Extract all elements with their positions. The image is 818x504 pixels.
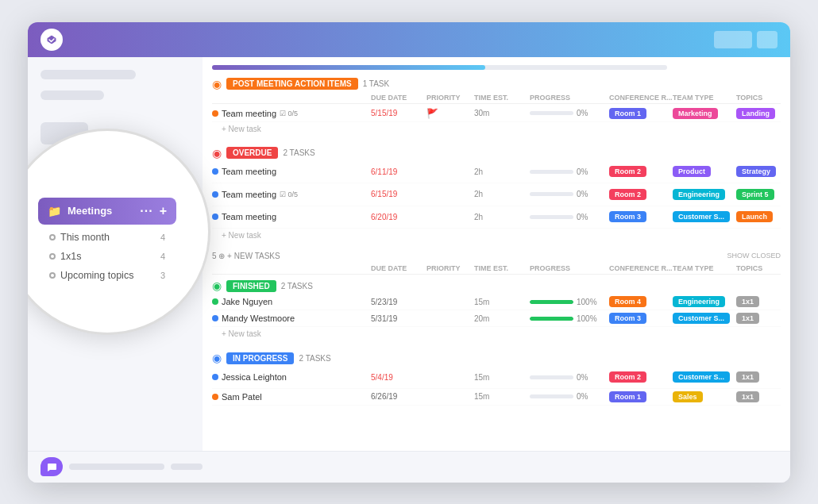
time-est: 2h	[474, 213, 530, 221]
task-date: 6/26/19	[371, 392, 426, 401]
task-name: Jessica Leighton	[212, 372, 371, 382]
sub-item-dot-1	[49, 234, 56, 240]
sidebar-sub-item-1x1s[interactable]: 1x1s 4	[30, 247, 184, 266]
progress-cell: 0%	[530, 213, 609, 221]
team-tag: Engineering	[673, 189, 736, 200]
room-tag: Room 3	[609, 313, 673, 324]
app-window: 📁 Meetings ··· + This month 4 1x1s	[28, 22, 790, 483]
task-name-label: Team meeting	[222, 109, 276, 118]
task-name-label: Team meeting	[222, 167, 276, 176]
team-tag: Marketing	[673, 108, 736, 119]
task-name: Team meeting	[212, 167, 371, 176]
new-task-label: + New task	[222, 125, 261, 133]
task-count-post: 1 TASK	[363, 79, 390, 88]
section-icon-post: ◉	[212, 78, 222, 90]
time-est: 15m	[474, 392, 530, 401]
topic-tag: 1x1	[736, 313, 790, 324]
new-task-btn-2[interactable]: + New task	[212, 229, 781, 242]
task-name: Sam Patel	[212, 392, 371, 402]
sub-item-count-2: 4	[160, 252, 165, 261]
progress-pct: 0%	[577, 392, 588, 401]
task-date: 5/31/19	[371, 314, 426, 323]
team-tag: Sales	[673, 391, 736, 402]
table-row[interactable]: Sam Patel 6/26/19 15m 0% Room 1 Sales 1x…	[212, 389, 781, 406]
meetings-menu-dots[interactable]: ···	[140, 204, 152, 218]
content-area: ◉ POST MEETING ACTION ITEMS 1 TASK DUE D…	[203, 57, 790, 451]
sidebar-sub-item-this-month[interactable]: This month 4	[30, 228, 184, 247]
time-est: 15m	[474, 298, 530, 306]
table-row[interactable]: Jake Nguyen 5/23/19 15m 100% Room 4 Engi…	[212, 294, 781, 310]
task-dot	[212, 168, 218, 175]
task-dot	[212, 110, 218, 117]
task-date: 6/11/19	[371, 167, 426, 176]
section-finished: DUE DATE PRIORITY TIME EST. PROGRESS CON…	[212, 263, 781, 340]
table-row[interactable]: Team meeting ☑ 0/5 6/15/19 2h 0% Room 2 …	[212, 183, 781, 206]
time-est: 2h	[474, 167, 530, 176]
task-name-label: Team meeting	[222, 212, 276, 221]
team-tag: Customer S...	[673, 313, 736, 324]
sidebar: 📁 Meetings ··· + This month 4 1x1s	[28, 57, 203, 451]
task-name-label: Team meeting	[222, 190, 276, 199]
task-dot	[212, 191, 218, 198]
new-task-btn-3[interactable]: + New task	[212, 327, 781, 340]
plus-tasks-label: 5 ⊕ + NEW TASKS	[212, 252, 280, 260]
progress-pct: 100%	[577, 298, 597, 306]
topic-tag: Launch	[736, 211, 790, 222]
team-tag: Customer S...	[673, 211, 736, 222]
task-subtag: ☑ 0/5	[280, 190, 298, 198]
progress-cell: 100%	[530, 298, 609, 306]
sidebar-skeleton-3	[41, 122, 88, 144]
sidebar-item-meetings[interactable]: 📁 Meetings ··· +	[38, 198, 176, 225]
plus-tasks-row: 5 ⊕ + NEW TASKS SHOW CLOSED	[212, 248, 781, 263]
section-icon-overdue: ◉	[212, 147, 222, 160]
section-icon-finished: ◉	[212, 279, 222, 292]
top-bar-btn-narrow[interactable]	[757, 31, 777, 48]
topic-tag: Landing	[736, 108, 790, 119]
task-date: 6/20/19	[371, 213, 426, 221]
task-dot	[212, 374, 218, 380]
topic-tag: Strategy	[736, 166, 790, 177]
time-est: 15m	[474, 373, 530, 382]
table-row[interactable]: Mandy Westmoore 5/31/19 20m 100% Room 3 …	[212, 310, 781, 327]
table-row[interactable]: Team meeting 6/11/19 2h 0% Room 2 Produc…	[212, 161, 781, 184]
task-name: Mandy Westmoore	[212, 314, 371, 323]
top-bar	[28, 22, 790, 57]
new-task-label: + New task	[222, 329, 261, 338]
show-closed-label[interactable]: SHOW CLOSED	[727, 250, 781, 261]
task-count-finished: 2 TASKS	[281, 282, 313, 290]
progress-bar-area	[212, 65, 667, 70]
sub-item-dot-3	[49, 272, 56, 279]
section-in-progress: ◉ IN PROGRESS 2 TASKS Jessica Leighton 5…	[212, 352, 781, 406]
badge-inprogress: IN PROGRESS	[226, 352, 294, 364]
progress-cell: 0%	[530, 190, 609, 198]
room-tag: Room 1	[609, 108, 673, 119]
meetings-add-btn[interactable]: +	[160, 204, 167, 218]
circle-highlight: 📁 Meetings ··· + This month 4 1x1s	[28, 129, 210, 335]
task-subtag: ☑ 0/5	[280, 110, 298, 117]
team-tag: Customer S...	[673, 371, 736, 383]
sidebar-sub-item-upcoming[interactable]: Upcoming topics 3	[30, 266, 184, 285]
task-date: 5/23/19	[371, 298, 426, 306]
task-name-label: Jake Nguyen	[222, 297, 272, 306]
badge-post: POST MEETING ACTION ITEMS	[226, 78, 358, 90]
task-name-label: Mandy Westmoore	[222, 314, 295, 323]
task-date: 6/15/19	[371, 190, 426, 198]
room-tag: Room 2	[609, 371, 673, 383]
topic-tag: 1x1	[736, 371, 790, 383]
table-row[interactable]: Team meeting ☑ 0/5 5/15/19 🚩 30m 0% Room…	[212, 106, 781, 122]
task-dot	[212, 214, 218, 220]
bottom-skeleton-1	[69, 464, 164, 470]
progress-cell: 0%	[530, 373, 609, 382]
task-date: 5/15/19	[371, 109, 426, 117]
task-date: 5/4/19	[371, 373, 426, 382]
progress-cell: 0%	[530, 392, 609, 401]
top-bar-btn-wide[interactable]	[714, 31, 752, 48]
chat-bubble-icon[interactable]	[41, 457, 63, 476]
table-row[interactable]: Team meeting 6/20/19 2h 0% Room 3 Custom…	[212, 206, 781, 229]
sub-item-label-3: Upcoming topics	[60, 270, 156, 281]
new-task-btn[interactable]: + New task	[212, 122, 781, 136]
section-post-meeting: ◉ POST MEETING ACTION ITEMS 1 TASK DUE D…	[212, 78, 781, 136]
room-tag: Room 2	[609, 189, 673, 200]
section-header-finished: ◉ FINISHED 2 TASKS	[212, 279, 781, 292]
table-row[interactable]: Jessica Leighton 5/4/19 15m 0% Room 2 Cu…	[212, 366, 781, 389]
